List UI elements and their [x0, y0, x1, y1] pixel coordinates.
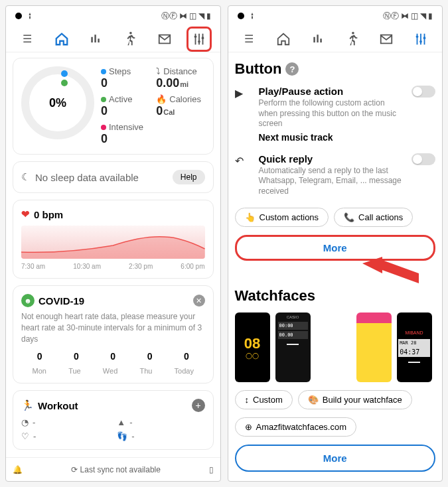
- menu-icon[interactable]: ☰: [236, 27, 261, 52]
- menu-icon[interactable]: ☰: [15, 27, 40, 52]
- tab-activity[interactable]: [340, 27, 365, 52]
- vibrate-icon: ◫: [189, 11, 196, 21]
- watchface-2[interactable]: CASIO00:0000.00▬▬▬: [275, 313, 311, 382]
- svg-point-4: [419, 40, 422, 42]
- footprint-icon: 👣: [117, 431, 127, 441]
- smiley-icon: ☻: [21, 294, 35, 307]
- add-button[interactable]: +: [192, 399, 205, 412]
- calories-label: 🔥Calories: [156, 94, 204, 104]
- quick-reply-desc: Automatically send a reply to the last W…: [259, 166, 404, 197]
- tab-settings[interactable]: [187, 27, 212, 52]
- svg-point-2: [201, 36, 204, 39]
- sleep-card: ☾ No sleep data available Help: [13, 161, 214, 193]
- play-pause-toggle[interactable]: [411, 86, 435, 98]
- tab-bar: ☰: [228, 26, 443, 52]
- play-icon: ▶: [235, 86, 251, 143]
- call-actions-chip[interactable]: 📞Call actions: [334, 208, 413, 227]
- ring-dot-blue: [61, 70, 68, 77]
- tab-activity[interactable]: [117, 27, 143, 52]
- progress-ring: 0%: [21, 66, 94, 139]
- tab-home[interactable]: [49, 27, 74, 52]
- workout-heartrate: ♡-: [21, 431, 109, 441]
- play-pause-desc: Perform the following custom action when…: [259, 98, 404, 129]
- covid-title: COVID-19: [38, 295, 84, 307]
- tab-bar: ☰: [6, 26, 220, 52]
- status-bar: ⓃⒻ ⧓ ◫ ◥ ▮: [228, 6, 443, 26]
- running-icon: 🏃: [21, 399, 34, 411]
- tab-stats[interactable]: [83, 27, 108, 52]
- distance-label: ⤵Distance: [156, 66, 204, 76]
- vibrate-icon: ◫: [411, 11, 418, 21]
- workout-title: Workout: [38, 400, 78, 411]
- quick-reply-title: Quick reply: [259, 153, 404, 165]
- tab-stats[interactable]: [305, 27, 331, 52]
- watchface-row: 08◯◯ CASIO00:0000.00▬▬▬ MIBANDMAR 2804:3…: [235, 313, 436, 382]
- covid-desc: Not enough heart rate data, please measu…: [21, 311, 205, 344]
- moon-icon: ☾: [21, 171, 30, 183]
- clock-icon: ◔: [21, 417, 29, 427]
- nfc-icon: ⓃⒻ: [383, 11, 399, 22]
- wifi-icon: ◥: [198, 11, 204, 21]
- covid-card: ☻ COVID-19 ✕ Not enough heart rate data,…: [13, 285, 214, 383]
- tab-home[interactable]: [271, 27, 296, 52]
- svg-point-5: [423, 36, 426, 39]
- play-pause-extra: Next music track: [259, 132, 404, 143]
- signal-icon: ▮: [206, 11, 211, 21]
- refresh-icon: ⟳: [71, 465, 78, 474]
- ring-dot-green: [61, 80, 68, 86]
- custom-chip[interactable]: ↕Custom: [235, 390, 293, 409]
- svg-point-0: [194, 35, 196, 38]
- play-pause-item[interactable]: ▶ Play/Pause action Perform the followin…: [235, 86, 436, 143]
- watchface-3[interactable]: [316, 313, 351, 382]
- flame-icon: 🔥: [156, 94, 167, 104]
- watchface-5[interactable]: MIBANDMAR 2804:37▬▬▬: [397, 313, 432, 382]
- bpm-value: 0 bpm: [34, 209, 63, 220]
- workout-duration: ◔-: [21, 417, 109, 427]
- globe-icon: ⊕: [245, 422, 252, 432]
- build-chip[interactable]: 🎨Build your watchface: [298, 390, 412, 409]
- more-button[interactable]: More: [235, 235, 436, 261]
- watchface-4[interactable]: [356, 313, 392, 382]
- custom-actions-chip[interactable]: 👆Custom actions: [235, 208, 329, 227]
- phone-icon: 📞: [344, 212, 354, 222]
- status-dot-icon: [238, 13, 244, 19]
- sleep-text: No sleep data available: [35, 172, 139, 183]
- tab-mail[interactable]: [152, 27, 177, 52]
- covid-values: 00000: [21, 351, 205, 362]
- ring-percent: 0%: [49, 96, 66, 110]
- bell-icon[interactable]: 🔔: [13, 465, 23, 474]
- content-area: Button ? ▶ Play/Pause action Perform the…: [228, 52, 443, 481]
- sync-status[interactable]: ⟳ Last sync not available: [71, 465, 161, 474]
- workout-card: 🏃 Workout + ◔- ▲- ♡- 👣-: [13, 390, 214, 450]
- heartrate-times: 7:30 am 10:30 am 2:30 pm 6:00 pm: [21, 263, 205, 270]
- content-area: 0% Steps 0 ⤵Distance 0.00mi Active 0: [6, 52, 220, 457]
- quick-reply-toggle[interactable]: [411, 153, 435, 165]
- intensive-label: Intensive: [101, 122, 149, 132]
- tab-settings[interactable]: [408, 27, 433, 52]
- intensive-value: 0: [101, 132, 149, 146]
- close-icon[interactable]: ✕: [193, 295, 205, 307]
- workout-calories: ▲-: [117, 417, 204, 427]
- calories-value: 0Cal: [156, 104, 204, 118]
- watchface-1[interactable]: 08◯◯: [235, 313, 270, 382]
- bluetooth-icon: ⧓: [179, 11, 187, 21]
- help-icon[interactable]: ?: [285, 62, 299, 76]
- tab-mail[interactable]: [374, 27, 399, 52]
- amazfit-chip[interactable]: ⊕Amazfitwatchfaces.com: [235, 417, 357, 437]
- distance-value: 0.00mi: [156, 76, 204, 90]
- heart-icon: ♡: [21, 431, 29, 441]
- right-screen: ⓃⒻ ⧓ ◫ ◥ ▮ ☰ Button ? ▶: [228, 5, 443, 482]
- svg-point-3: [416, 35, 419, 38]
- more-button-2[interactable]: More: [235, 445, 436, 472]
- metrics-card: 0% Steps 0 ⤵Distance 0.00mi Active 0: [13, 58, 214, 155]
- bottom-bar: 🔔 ⟳ Last sync not available ▯: [6, 457, 220, 481]
- battery-icon: ▯: [209, 465, 214, 474]
- help-button[interactable]: Help: [173, 170, 205, 184]
- quick-reply-item[interactable]: ↶ Quick reply Automatically send a reply…: [235, 153, 436, 197]
- button-section-title: Button ?: [235, 60, 436, 78]
- reply-icon: ↶: [235, 153, 251, 197]
- svg-point-1: [198, 40, 200, 42]
- wifi-icon: ◥: [420, 11, 426, 21]
- heart-icon: ❤: [21, 208, 30, 220]
- active-label: Active: [101, 94, 149, 104]
